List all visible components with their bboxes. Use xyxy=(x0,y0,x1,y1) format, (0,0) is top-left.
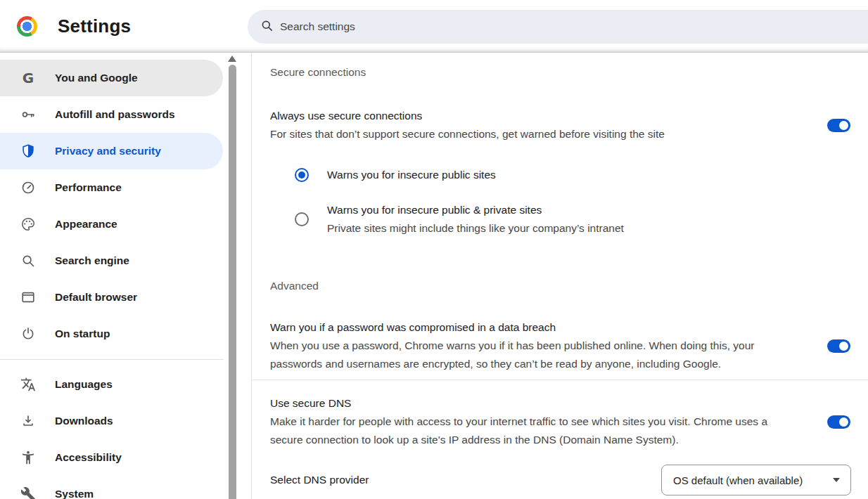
sidebar: G You and Google Autofill and passwords xyxy=(0,53,252,499)
dns-provider-label: Select DNS provider xyxy=(270,474,661,486)
divider xyxy=(252,380,868,380)
always-secure-connections-toggle[interactable] xyxy=(827,119,850,132)
radio-option-public-private-sites[interactable]: Warns you for insecure public & private … xyxy=(270,201,868,238)
secure-connections-radio-group: Warns you for insecure public sites Warn… xyxy=(270,166,868,238)
section-heading-advanced: Advanced xyxy=(270,278,868,294)
sidebar-item-search-engine[interactable]: Search engine xyxy=(0,242,223,279)
magnifier-icon xyxy=(20,253,36,268)
password-breach-row: Warn you if a password was compromised i… xyxy=(270,318,868,373)
privacy-security-content: Secure connections Always use secure con… xyxy=(252,53,868,499)
sidebar-item-on-startup[interactable]: On startup xyxy=(0,316,223,352)
radio-sublabel: Private sites might include things like … xyxy=(327,219,624,238)
translate-icon xyxy=(20,377,36,392)
secure-dns-toggle[interactable] xyxy=(827,415,850,429)
search-icon xyxy=(260,19,274,35)
secure-dns-row: Use secure DNS Make it harder for people… xyxy=(270,394,868,449)
sidebar-item-you-and-google[interactable]: G You and Google xyxy=(0,60,223,96)
wrench-icon xyxy=(20,486,36,499)
accessibility-person-icon xyxy=(20,450,36,465)
power-icon xyxy=(20,326,36,342)
sidebar-item-languages[interactable]: Languages xyxy=(0,366,223,403)
radio-label: Warns you for insecure public & private … xyxy=(327,201,624,219)
download-icon xyxy=(20,413,36,429)
sidebar-scrollbar[interactable] xyxy=(226,53,238,499)
palette-icon xyxy=(20,216,36,232)
sidebar-item-appearance[interactable]: Appearance xyxy=(0,206,223,242)
row-subtitle: When you use a password, Chrome warns yo… xyxy=(270,337,795,373)
row-subtitle: For sites that don’t support secure conn… xyxy=(270,125,795,143)
sidebar-item-downloads[interactable]: Downloads xyxy=(0,403,223,439)
dns-provider-select[interactable]: OS default (when available) xyxy=(661,465,851,495)
sidebar-item-accessibility[interactable]: Accessibility xyxy=(0,439,223,476)
google-g-icon: G xyxy=(20,70,36,86)
radio-label: Warns you for insecure public sites xyxy=(327,166,496,184)
section-heading-secure-connections: Secure connections xyxy=(270,64,868,81)
row-title: Warn you if a password was compromised i… xyxy=(270,318,795,337)
row-title: Use secure DNS xyxy=(270,394,795,413)
always-secure-connections-row: Always use secure connections For sites … xyxy=(270,107,868,143)
page-title: Settings xyxy=(58,15,131,37)
speedometer-icon xyxy=(20,180,36,195)
shield-icon xyxy=(20,143,36,159)
scroll-up-icon[interactable] xyxy=(228,56,236,63)
radio-button-checked[interactable] xyxy=(295,168,309,182)
settings-header: Settings xyxy=(0,0,868,53)
sidebar-divider xyxy=(0,359,224,360)
row-title: Always use secure connections xyxy=(270,107,795,125)
password-breach-toggle[interactable] xyxy=(827,339,850,353)
sidebar-item-autofill[interactable]: Autofill and passwords xyxy=(0,96,223,133)
sidebar-item-default-browser[interactable]: Default browser xyxy=(0,279,223,316)
settings-search-bar[interactable] xyxy=(248,10,868,44)
search-input[interactable] xyxy=(280,20,575,33)
caret-down-icon xyxy=(833,478,840,482)
dns-provider-row: Select DNS provider OS default (when ava… xyxy=(270,465,868,495)
radio-option-public-sites[interactable]: Warns you for insecure public sites xyxy=(270,166,868,184)
row-subtitle: Make it harder for people with access to… xyxy=(270,413,795,449)
browser-window-icon xyxy=(20,290,36,305)
scrollbar-thumb[interactable] xyxy=(229,65,236,499)
key-icon xyxy=(20,107,36,122)
sidebar-item-performance[interactable]: Performance xyxy=(0,169,223,206)
sidebar-item-system[interactable]: System xyxy=(0,476,223,499)
chrome-logo-icon xyxy=(17,16,37,37)
radio-button-unchecked[interactable] xyxy=(295,212,309,226)
select-value: OS default (when available) xyxy=(673,474,803,486)
sidebar-item-privacy-and-security[interactable]: Privacy and security xyxy=(0,133,223,169)
